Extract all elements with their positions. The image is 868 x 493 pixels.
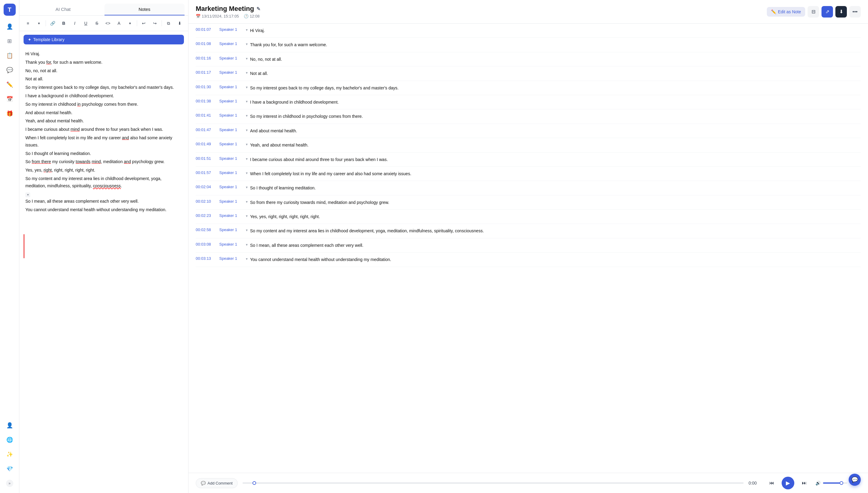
speaker-11[interactable]: Speaker 1	[219, 185, 243, 189]
timestamp-1[interactable]: 00:01:08	[196, 41, 217, 46]
speaker-16[interactable]: Speaker 1	[219, 256, 243, 261]
chevron-down-icon-8[interactable]: ▾	[246, 142, 248, 147]
rewind-btn[interactable]: ⏮	[765, 477, 778, 489]
chevron-down-icon-3[interactable]: ▾	[246, 70, 248, 75]
progress-thumb[interactable]	[253, 481, 256, 485]
speaker-13[interactable]: Speaker 1	[219, 213, 243, 218]
meeting-meta: 📅 13/11/2024, 15:17:05 🕐 12:08	[196, 14, 260, 18]
timestamp-3[interactable]: 00:01:17	[196, 70, 217, 74]
tab-ai-chat[interactable]: AI Chat	[23, 4, 103, 16]
sidebar-item-chat[interactable]: 💬	[4, 64, 16, 76]
tab-notes[interactable]: Notes	[105, 4, 185, 16]
speaker-8[interactable]: Speaker 1	[219, 142, 243, 146]
volume-thumb[interactable]	[840, 481, 843, 485]
speaker-12[interactable]: Speaker 1	[219, 199, 243, 203]
sidebar-item-users[interactable]: 👤	[4, 21, 16, 33]
timestamp-4[interactable]: 00:01:30	[196, 85, 217, 89]
bold-btn[interactable]: B	[60, 19, 68, 28]
edit-title-icon[interactable]: ✎	[256, 6, 260, 12]
font-color-btn[interactable]: A	[115, 19, 124, 28]
underline-btn[interactable]: U	[82, 19, 90, 28]
chevron-down-icon-7[interactable]: ▾	[246, 127, 248, 132]
timestamp-5[interactable]: 00:01:38	[196, 99, 217, 103]
timestamp-0[interactable]: 00:01:07	[196, 27, 217, 32]
redo-btn[interactable]: ↪	[150, 19, 159, 28]
sidebar-item-pen[interactable]: ✏️	[4, 79, 16, 91]
volume-icon[interactable]: 🔊	[816, 480, 821, 486]
code-btn[interactable]: <>	[104, 19, 112, 28]
editor-area[interactable]: Hi Viraj. Thank you for, for such a warm…	[19, 47, 188, 493]
edit-as-note-btn[interactable]: ✏️ Edit as Note	[767, 7, 805, 17]
timestamp-15[interactable]: 00:03:08	[196, 242, 217, 246]
speaker-4[interactable]: Speaker 1	[219, 85, 243, 89]
undo-btn[interactable]: ↩	[139, 19, 148, 28]
expand-icon[interactable]: ▾	[25, 192, 30, 197]
speaker-0[interactable]: Speaker 1	[219, 27, 243, 32]
template-icon-btn[interactable]: ⊟	[808, 6, 819, 18]
speaker-10[interactable]: Speaker 1	[219, 170, 243, 175]
timestamp-10[interactable]: 00:01:57	[196, 170, 217, 175]
align-btn[interactable]: ≡	[24, 19, 32, 28]
chevron-down-icon-10[interactable]: ▾	[246, 170, 248, 175]
link-btn[interactable]: 🔗	[48, 19, 57, 28]
chevron-down-icon-14[interactable]: ▾	[246, 228, 248, 232]
chevron-down-icon-15[interactable]: ▾	[246, 242, 248, 247]
chevron-down-icon-5[interactable]: ▾	[246, 99, 248, 104]
speaker-1[interactable]: Speaker 1	[219, 41, 243, 46]
font-dropdown-btn[interactable]: ▼	[126, 19, 134, 28]
copy-btn[interactable]: ⧉	[164, 19, 173, 28]
sidebar-item-grid[interactable]: ⊞	[4, 35, 16, 47]
forward-btn[interactable]: ⏭	[798, 477, 810, 489]
chevron-down-icon-12[interactable]: ▾	[246, 199, 248, 204]
sidebar-item-gift[interactable]: 🎁	[4, 108, 16, 120]
floating-chat-btn[interactable]: 💬	[849, 474, 861, 486]
speaker-7[interactable]: Speaker 1	[219, 127, 243, 132]
italic-btn[interactable]: I	[70, 19, 79, 28]
speaker-9[interactable]: Speaker 1	[219, 156, 243, 161]
timestamp-8[interactable]: 00:01:49	[196, 142, 217, 146]
strikethrough-btn[interactable]: S	[92, 19, 101, 28]
timestamp-2[interactable]: 00:01:16	[196, 56, 217, 60]
speaker-14[interactable]: Speaker 1	[219, 228, 243, 232]
sidebar-collapse-btn[interactable]: »	[6, 480, 13, 487]
timestamp-7[interactable]: 00:01:47	[196, 127, 217, 132]
sidebar-item-person[interactable]: 👤	[4, 419, 16, 431]
speaker-6[interactable]: Speaker 1	[219, 113, 243, 117]
speaker-3[interactable]: Speaker 1	[219, 70, 243, 74]
sidebar-item-gem[interactable]: 💎	[4, 463, 16, 475]
speaker-2[interactable]: Speaker 1	[219, 56, 243, 60]
volume-slider[interactable]	[823, 483, 847, 484]
timestamp-11[interactable]: 00:02:04	[196, 185, 217, 189]
download-icon-btn[interactable]: ⬇	[836, 6, 847, 18]
chevron-down-icon-2[interactable]: ▾	[246, 56, 248, 61]
chevron-down-icon-11[interactable]: ▾	[246, 185, 248, 189]
chevron-down-icon-13[interactable]: ▾	[246, 213, 248, 218]
download-btn[interactable]: ⬇	[175, 19, 184, 28]
chevron-down-icon-16[interactable]: ▾	[246, 256, 248, 261]
add-comment-btn[interactable]: 💬 Add Comment	[196, 478, 238, 488]
speaker-15[interactable]: Speaker 1	[219, 242, 243, 246]
sidebar-item-calendar[interactable]: 📅	[4, 93, 16, 105]
app-logo[interactable]: T	[4, 4, 16, 16]
timestamp-12[interactable]: 00:02:10	[196, 199, 217, 203]
timestamp-13[interactable]: 00:02:23	[196, 213, 217, 218]
chevron-down-icon-4[interactable]: ▾	[246, 85, 248, 89]
chevron-down-icon-0[interactable]: ▾	[246, 27, 248, 32]
more-icon-btn[interactable]: •••	[849, 6, 861, 18]
timestamp-16[interactable]: 00:03:13	[196, 256, 217, 261]
chevron-down-icon-1[interactable]: ▾	[246, 41, 248, 46]
template-library-btn[interactable]: ✦ Template Library	[24, 35, 184, 44]
timestamp-9[interactable]: 00:01:51	[196, 156, 217, 161]
progress-bar[interactable]	[242, 483, 743, 484]
sidebar-item-translate[interactable]: 🌐	[4, 434, 16, 446]
timestamp-14[interactable]: 00:02:58	[196, 228, 217, 232]
sidebar-item-wand[interactable]: ✨	[4, 448, 16, 460]
align-dropdown-btn[interactable]: ▼	[35, 19, 43, 28]
sidebar-item-document[interactable]: 📋	[4, 49, 16, 62]
timestamp-6[interactable]: 00:01:41	[196, 113, 217, 117]
speaker-5[interactable]: Speaker 1	[219, 99, 243, 103]
share-icon-btn[interactable]: ⇗	[822, 6, 833, 18]
chevron-down-icon-9[interactable]: ▾	[246, 156, 248, 161]
play-btn[interactable]: ▶	[782, 477, 794, 489]
chevron-down-icon-6[interactable]: ▾	[246, 113, 248, 118]
